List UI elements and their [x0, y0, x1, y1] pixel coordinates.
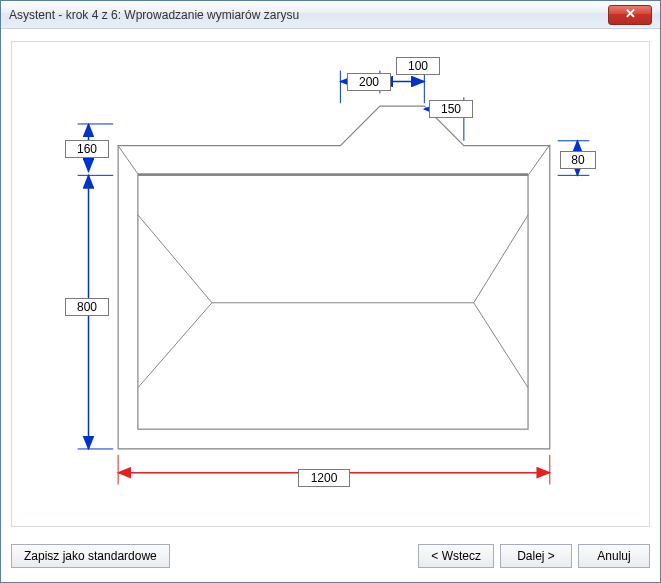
svg-line-10 [474, 215, 528, 303]
svg-line-9 [528, 145, 550, 176]
ridge-flat-input[interactable] [396, 57, 440, 75]
width-input[interactable] [298, 469, 350, 487]
dimension-canvas [12, 42, 649, 526]
back-button[interactable]: < Wstecz [418, 544, 494, 568]
save-standard-button[interactable]: Zapisz jako standardowe [11, 544, 170, 568]
close-icon: ✕ [625, 6, 636, 21]
svg-line-8 [138, 303, 212, 388]
height-input[interactable] [65, 298, 109, 316]
cancel-button[interactable]: Anuluj [578, 544, 650, 568]
window-title: Asystent - krok 4 z 6: Wprowadzanie wymi… [9, 1, 299, 29]
top-offset-input[interactable] [65, 140, 109, 158]
drawing-panel [11, 41, 650, 527]
ridge-right-slope-input[interactable] [429, 100, 473, 118]
svg-line-7 [138, 215, 212, 303]
svg-line-6 [118, 146, 139, 176]
titlebar: Asystent - krok 4 z 6: Wprowadzanie wymi… [1, 1, 660, 29]
ridge-left-slope-input[interactable] [347, 73, 391, 91]
ridge-height-input[interactable] [560, 151, 596, 169]
button-bar: Zapisz jako standardowe < Wstecz Dalej >… [11, 542, 650, 570]
next-button[interactable]: Dalej > [500, 544, 572, 568]
svg-line-11 [474, 303, 528, 388]
close-button[interactable]: ✕ [608, 5, 652, 25]
dialog-window: Asystent - krok 4 z 6: Wprowadzanie wymi… [0, 0, 661, 583]
